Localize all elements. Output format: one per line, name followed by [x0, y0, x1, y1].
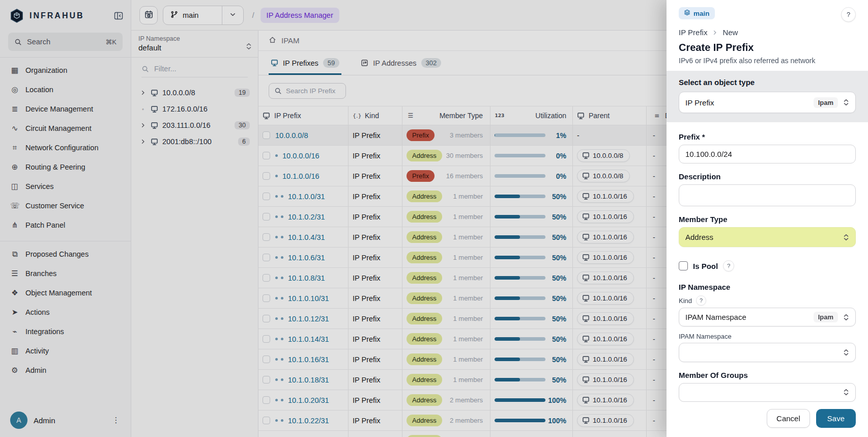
layers-icon — [684, 9, 690, 17]
breadcrumb-object-type[interactable]: IP Prefix — [679, 28, 707, 37]
chevrons-up-down-icon — [843, 314, 849, 321]
chevrons-up-down-icon — [843, 234, 849, 241]
description-label: Description — [679, 172, 856, 181]
branch-badge: main — [679, 7, 715, 19]
updown-icon — [843, 314, 849, 321]
chevrons-up-down-icon — [843, 389, 849, 396]
prefix-input[interactable] — [679, 145, 856, 163]
breadcrumb-new: New — [722, 28, 738, 37]
ip-namespace-heading: IP Namespace — [679, 283, 856, 291]
create-ip-prefix-drawer: main ? IP Prefix New Create IP Prefix IP… — [667, 0, 868, 437]
kind-label: Kind — [679, 297, 692, 305]
kind-label-row: Kind ? — [679, 295, 856, 306]
object-type-value: IP Prefix — [685, 98, 714, 107]
ipam-namespace-label: IPAM Namespace — [679, 333, 856, 340]
layers-icon — [684, 9, 690, 16]
chevron-right-icon — [712, 30, 718, 36]
help-button[interactable]: ? — [841, 7, 856, 22]
object-type-section: Select an object type IP Prefix Ipam — [667, 71, 868, 122]
chevrons-up-down-icon — [843, 349, 849, 356]
chevron-right-icon — [712, 30, 718, 36]
drawer-title: Create IP Prefix — [679, 42, 856, 53]
updown-icon — [843, 234, 849, 241]
kind-value: IPAM Namespace — [685, 313, 746, 321]
cancel-button[interactable]: Cancel — [767, 409, 810, 428]
kind-select[interactable]: IPAM Namespace Ipam — [679, 308, 856, 326]
object-type-label: Select an object type — [679, 78, 856, 87]
object-type-kind-chip: Ipam — [814, 97, 838, 108]
updown-icon — [843, 389, 849, 396]
member-type-label: Member Type — [679, 215, 856, 224]
updown-icon — [843, 349, 849, 356]
branch-badge-label: main — [693, 10, 710, 17]
kind-chip: Ipam — [814, 312, 838, 322]
save-button[interactable]: Save — [816, 409, 856, 428]
is-pool-checkbox[interactable] — [679, 261, 688, 270]
member-of-groups-select[interactable] — [679, 383, 856, 402]
chevrons-up-down-icon — [843, 99, 849, 106]
is-pool-label: Is Pool — [693, 262, 718, 270]
updown-icon — [843, 99, 849, 106]
drawer-subtitle: IPv6 or IPv4 prefix also referred as net… — [679, 57, 856, 65]
member-type-select[interactable]: Address — [679, 227, 856, 247]
member-of-groups-label: Member Of Groups — [679, 371, 856, 379]
member-type-value: Address — [685, 233, 713, 241]
object-type-select[interactable]: IP Prefix Ipam — [679, 92, 856, 113]
prefix-label: Prefix * — [679, 132, 856, 141]
drawer-breadcrumb: IP Prefix New — [679, 28, 856, 37]
kind-help-icon[interactable]: ? — [696, 295, 706, 306]
is-pool-help-icon[interactable]: ? — [723, 260, 734, 271]
ipam-namespace-select[interactable] — [679, 343, 856, 362]
description-input[interactable] — [679, 184, 856, 206]
